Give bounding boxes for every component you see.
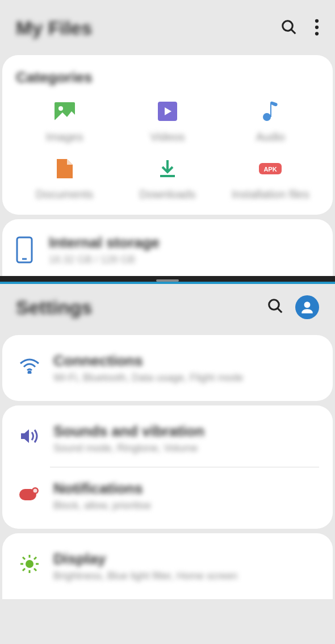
svg-point-6 [58, 106, 63, 111]
svg-point-8 [263, 113, 271, 121]
notification-icon [19, 483, 40, 504]
sound-icon [19, 426, 40, 446]
video-icon [156, 100, 179, 123]
category-label: Videos [150, 131, 185, 144]
settings-item-display[interactable]: Display Brightness, Blue light filter, H… [16, 543, 319, 589]
svg-point-3 [315, 25, 319, 28]
svg-line-16 [278, 308, 282, 313]
storage-usage: 18.32 GB / 128 GB [49, 254, 319, 266]
category-images[interactable]: Images [16, 100, 113, 144]
wifi-icon [19, 356, 40, 376]
phone-icon [16, 236, 36, 264]
svg-point-21 [34, 489, 37, 493]
settings-header: Settings [0, 284, 335, 331]
settings-item-title: Connections [53, 352, 316, 370]
svg-line-28 [34, 568, 36, 571]
image-icon [53, 100, 76, 123]
svg-line-29 [23, 568, 25, 571]
settings-item-sub: Sound mode, Ringtone, Volume [53, 442, 316, 454]
search-icon[interactable] [280, 19, 298, 38]
apk-icon: APK [259, 157, 282, 180]
settings-item-sub: Brightness, Blue light filter, Home scre… [53, 570, 316, 582]
settings-item-connections[interactable]: Connections Wi-Fi, Bluetooth, Data usage… [16, 345, 319, 391]
list-divider [50, 467, 319, 467]
svg-point-22 [26, 560, 34, 568]
settings-app: Settings Connections Wi-Fi, Bluetooth, D… [0, 284, 335, 599]
page-title: My Files [16, 17, 280, 39]
document-icon [53, 157, 76, 180]
category-label: Images [46, 131, 83, 144]
page-title: Settings [16, 296, 267, 319]
category-label: Installation files [232, 188, 309, 201]
storage-title: Internal storage [49, 234, 319, 252]
account-avatar[interactable] [295, 295, 319, 319]
category-documents[interactable]: Documents [16, 157, 113, 201]
internal-storage-item[interactable]: Internal storage 18.32 GB / 128 GB [2, 219, 333, 276]
svg-point-17 [304, 302, 311, 308]
settings-item-sub: Block, allow, prioritise [53, 500, 316, 512]
categories-card: Categories Images Videos Aud [2, 55, 333, 215]
display-card: Display Brightness, Blue light filter, H… [2, 533, 333, 599]
svg-line-27 [23, 557, 25, 559]
category-downloads[interactable]: Downloads [119, 157, 216, 201]
settings-item-title: Display [53, 550, 316, 568]
my-files-header: My Files [0, 0, 335, 51]
categories-title: Categories [16, 69, 319, 86]
download-icon [156, 157, 179, 180]
svg-line-30 [34, 557, 36, 559]
category-installation-files[interactable]: APK Installation files [222, 157, 319, 201]
svg-point-18 [28, 371, 31, 374]
category-label: Downloads [140, 188, 196, 201]
display-icon [19, 554, 40, 574]
svg-point-2 [315, 19, 319, 22]
category-audio[interactable]: Audio [222, 100, 319, 144]
category-videos[interactable]: Videos [119, 100, 216, 144]
category-label: Documents [36, 188, 93, 201]
sounds-notifications-card: Sounds and vibration Sound mode, Rington… [2, 405, 333, 529]
svg-line-1 [291, 29, 296, 34]
drag-handle-icon [156, 279, 179, 282]
settings-item-sounds[interactable]: Sounds and vibration Sound mode, Rington… [16, 416, 319, 461]
settings-item-title: Sounds and vibration [53, 423, 316, 440]
settings-item-title: Notifications [53, 480, 316, 497]
settings-item-sub: Wi-Fi, Bluetooth, Data usage, Flight mod… [53, 372, 316, 384]
svg-point-0 [283, 20, 293, 31]
category-label: Audio [256, 131, 285, 144]
svg-point-4 [315, 32, 319, 35]
split-screen-divider[interactable] [0, 276, 335, 282]
audio-icon [259, 100, 282, 123]
my-files-app: My Files Categories Images [0, 0, 335, 276]
more-options-icon[interactable] [315, 19, 319, 38]
svg-point-15 [269, 300, 279, 310]
settings-item-notifications[interactable]: Notifications Block, allow, prioritise [16, 473, 319, 518]
svg-text:APK: APK [264, 166, 277, 173]
search-icon[interactable] [267, 298, 284, 317]
connections-card: Connections Wi-Fi, Bluetooth, Data usage… [2, 335, 333, 401]
